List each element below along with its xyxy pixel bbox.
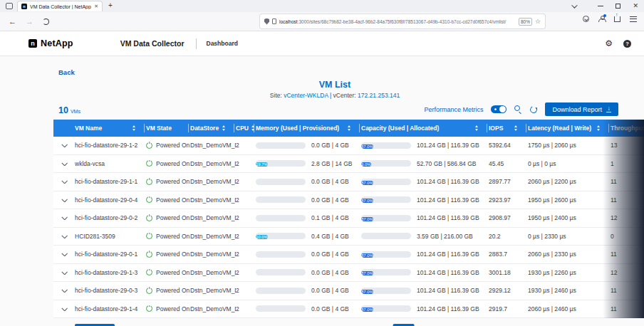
capacity-bar: 87.0%	[361, 269, 411, 275]
cell-capacity: 87.0% 101.24 GB | 116.39 GB	[361, 178, 489, 185]
cell-latency: 0 µs | 0 µs	[528, 160, 611, 167]
cell-latency: 1750 µs | 2060 µs	[528, 142, 611, 149]
table-row: hci-fio-datastore-29-0-4 Powered On Dstn…	[53, 191, 644, 210]
performance-metrics-toggle[interactable]	[491, 105, 507, 113]
tracking-shield-icon[interactable]	[264, 19, 269, 25]
column-header-datastore[interactable]: DataStore	[190, 120, 236, 137]
new-tab-button[interactable]: +	[108, 1, 113, 9]
url-bar[interactable]: localhost:3000/sites/68c79b82-be38-4acf-…	[260, 14, 545, 28]
browser-tab[interactable]: VM Data Collector | NetApp ✕	[17, 1, 103, 11]
cell-cpu: 2	[236, 142, 256, 149]
cell-latency: 2060 µs | 2460 µs	[528, 305, 611, 312]
browser-back-button[interactable]: ←	[9, 17, 16, 26]
cell-throughput: 0	[611, 233, 644, 240]
cell-vm-state: Powered On	[146, 305, 190, 312]
row-expand-chevron[interactable]	[61, 216, 67, 220]
row-expand-chevron[interactable]	[61, 288, 67, 293]
window-minimize-button[interactable]	[598, 6, 603, 6]
cell-vm-state: Powered On	[146, 251, 190, 258]
firefox-view-icon[interactable]	[6, 3, 13, 9]
cell-throughput: 12	[611, 269, 644, 276]
permissions-icon[interactable]	[583, 16, 589, 22]
table-header-row: VM Name VM State DataStore CPU Memory (U…	[53, 120, 644, 137]
row-expand-chevron[interactable]	[61, 179, 67, 184]
page-info-icon[interactable]	[272, 19, 276, 24]
power-on-icon	[146, 305, 152, 312]
sort-icon[interactable]	[514, 125, 517, 131]
vm-table: VM Name VM State DataStore CPU Memory (U…	[53, 120, 644, 318]
row-expand-chevron[interactable]	[61, 270, 67, 275]
account-icon[interactable]	[598, 16, 605, 22]
cell-capacity: 87.0% 101.24 GB | 116.39 GB	[361, 287, 489, 294]
row-expand-chevron[interactable]	[61, 234, 67, 238]
share-icon[interactable]	[614, 16, 620, 22]
cell-cpu: 2	[236, 214, 256, 221]
current-page-button[interactable]: 1	[393, 324, 415, 326]
nav-dashboard[interactable]: Dashboard	[207, 40, 238, 47]
table-row: hci-fio-datastore-29-1-4 Powered On Dstn…	[53, 300, 644, 319]
table-row: hci-fio-datastore-29-0-1 Powered On Dstn…	[53, 246, 644, 264]
column-header-capacity[interactable]: Capacity (Used | Allocated)	[361, 120, 489, 137]
window-close-button[interactable]: ✕	[633, 3, 638, 9]
sort-icon[interactable]	[475, 125, 478, 131]
vcenter-ip-link[interactable]: 172.21.253.141	[358, 92, 400, 99]
memory-bar	[256, 305, 306, 312]
cell-cpu: 2	[236, 233, 256, 240]
cell-cpu: 2	[236, 178, 256, 185]
page-title: VM List	[26, 80, 644, 90]
column-header-iops[interactable]: IOPS	[489, 120, 528, 137]
performance-metrics-label: Performance Metrics	[424, 106, 483, 113]
tab-title: VM Data Collector | NetApp	[30, 4, 91, 9]
download-report-button[interactable]: Download Report ↓	[545, 102, 618, 116]
row-expand-chevron[interactable]	[61, 307, 67, 311]
memory-bar	[256, 179, 306, 185]
sort-icon[interactable]	[597, 125, 600, 131]
power-on-icon	[146, 233, 152, 239]
table-row: hci-fio-datastore-29-0-3 Powered On Dstn…	[53, 282, 644, 300]
column-header-cpu[interactable]: CPU	[236, 120, 256, 137]
sort-icon[interactable]	[251, 125, 254, 131]
vcenter-label: vCenter:	[333, 92, 356, 99]
column-header-vm-state[interactable]: VM State	[146, 120, 190, 137]
row-expand-chevron[interactable]	[61, 252, 67, 256]
help-icon[interactable]	[623, 40, 631, 48]
row-expand-chevron[interactable]	[61, 143, 67, 147]
cell-vm-name: hci-fio-datastore-29-0-3	[75, 287, 146, 294]
row-expand-chevron[interactable]	[61, 162, 67, 166]
column-header-vm-name[interactable]: VM Name	[75, 120, 146, 137]
site-link[interactable]: vCenter-WKLDA	[284, 92, 328, 99]
column-header-latency[interactable]: Latency (Read | Write)	[528, 120, 611, 137]
cell-throughput: 13	[611, 142, 644, 149]
cell-capacity: 87.0% 101.24 GB | 116.39 GB	[361, 214, 489, 221]
cell-memory: 0.1 GB | 4 GB	[256, 214, 361, 221]
cell-memory: 19.7% 2.8 GB | 14 GB	[256, 160, 361, 167]
cell-vm-name: hci-fio-datastore-29-1-1	[75, 178, 146, 185]
rows-per-page-select[interactable]: 15 Rows	[75, 324, 115, 326]
settings-gear-icon[interactable]	[605, 39, 613, 48]
bookmark-star-icon[interactable]: ☆	[535, 19, 541, 25]
sort-icon[interactable]	[222, 125, 225, 131]
browser-forward-button[interactable]: →	[26, 17, 33, 26]
sort-icon[interactable]	[348, 125, 350, 131]
browser-reload-icon[interactable]	[43, 19, 49, 25]
back-link[interactable]: Back	[58, 68, 75, 76]
cell-datastore: Dstn_DemoVM_DS01	[190, 178, 236, 185]
row-expand-chevron[interactable]	[61, 198, 67, 202]
list-tabs-chevron-icon[interactable]	[572, 2, 578, 8]
cell-datastore: Dstn_DemoVM_DS01	[190, 214, 236, 221]
cell-datastore: Dstn_DemoVM_DS01	[190, 287, 236, 294]
page-zoom-badge[interactable]: 80%	[519, 18, 532, 26]
capacity-bar	[361, 233, 411, 239]
window-maximize-button[interactable]	[616, 4, 620, 9]
cell-iops: 2897.77	[489, 178, 528, 185]
column-header-memory[interactable]: Memory (Used | Provisioned)	[256, 120, 361, 137]
app-title: VM Data Collector	[120, 39, 185, 48]
search-icon[interactable]	[514, 105, 522, 113]
refresh-icon[interactable]	[529, 105, 539, 114]
column-header-throughput[interactable]: Throughput	[611, 120, 644, 137]
cell-iops: 2929.12	[489, 287, 528, 294]
sort-icon[interactable]	[133, 125, 135, 131]
hamburger-menu-icon[interactable]	[630, 16, 637, 22]
tab-close-icon[interactable]: ✕	[94, 4, 98, 9]
netapp-logo: NetApp	[28, 38, 73, 48]
